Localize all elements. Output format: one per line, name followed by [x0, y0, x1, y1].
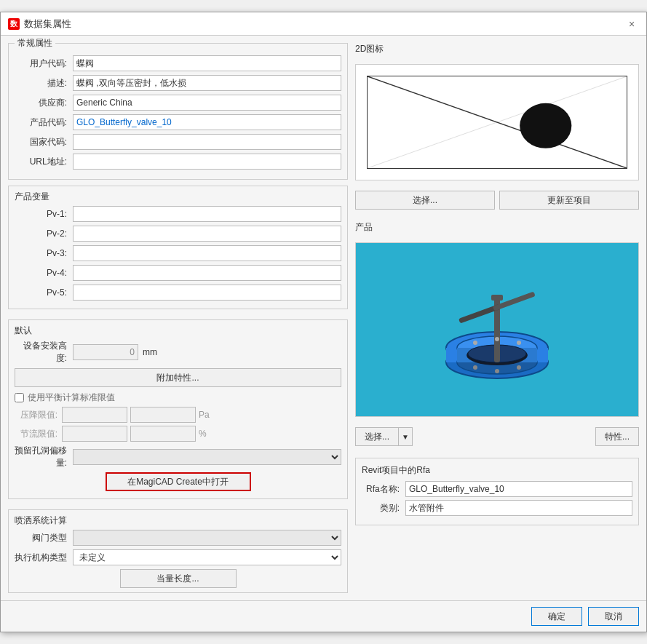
product-code-row: 产品代码:	[15, 114, 341, 130]
pv3-input[interactable]	[73, 245, 341, 261]
svg-point-17	[517, 341, 521, 345]
product-section-title: 产品	[355, 221, 639, 234]
icon-2d-select-button[interactable]: 选择...	[355, 191, 495, 210]
balance-checkbox[interactable]	[15, 393, 24, 402]
description-input[interactable]	[73, 75, 341, 91]
actuator-type-label: 执行机构类型	[15, 552, 73, 564]
country-code-label: 国家代码:	[15, 136, 73, 148]
general-properties-title: 常规属性	[15, 37, 55, 49]
country-code-input[interactable]	[73, 134, 341, 150]
cancel-button[interactable]: 取消	[588, 607, 639, 626]
pv2-row: Pv-2:	[15, 226, 341, 242]
dialog-title: 数据集属性	[24, 17, 71, 31]
left-panel: 常规属性 用户代码: 描述: 供应商: 产品代码:	[8, 43, 348, 593]
supplier-input[interactable]	[73, 95, 341, 111]
pv5-label: Pv-5:	[15, 287, 73, 298]
user-code-row: 用户代码:	[15, 55, 341, 71]
offset-row: 预留孔洞偏移量:	[15, 445, 341, 469]
pv4-input[interactable]	[73, 265, 341, 281]
general-properties-group: 常规属性 用户代码: 描述: 供应商: 产品代码:	[8, 43, 348, 180]
product-code-label: 产品代码:	[15, 116, 73, 129]
dialog-icon: 数	[8, 18, 20, 30]
throttle-label: 节流限值:	[15, 428, 62, 440]
product-props-button[interactable]: 特性...	[595, 427, 639, 446]
offset-label: 预留孔洞偏移量:	[15, 445, 73, 469]
url-label: URL地址:	[15, 156, 73, 168]
category-row: 类别: 水管附件	[362, 500, 632, 516]
icon-2d-update-button[interactable]: 更新至项目	[499, 191, 639, 210]
pv3-row: Pv-3:	[15, 245, 341, 261]
titlebar-left: 数 数据集属性	[8, 17, 71, 31]
description-label: 描述:	[15, 77, 73, 90]
default-title: 默认	[15, 325, 341, 337]
pressure-drop-input1	[62, 407, 127, 423]
url-input[interactable]	[73, 154, 341, 170]
open-create-button[interactable]: 在MagiCAD Create中打开	[106, 472, 251, 491]
install-height-label: 设备安装高度:	[15, 340, 73, 365]
icon-2d-inner	[367, 76, 627, 169]
valve-type-select[interactable]	[73, 530, 341, 546]
product-code-input[interactable]	[73, 114, 341, 130]
bottom-bar: 确定 取消	[1, 600, 646, 632]
install-height-input[interactable]	[73, 344, 138, 360]
pressure-drop-label: 压降限值:	[15, 409, 62, 421]
country-code-row: 国家代码:	[15, 134, 341, 150]
pv1-label: Pv-1:	[15, 209, 73, 219]
install-height-row: 设备安装高度: mm	[15, 340, 341, 365]
pv3-label: Pv-3:	[15, 248, 73, 258]
pv5-input[interactable]	[73, 285, 341, 301]
category-label: 类别:	[362, 502, 405, 514]
offset-select[interactable]	[73, 449, 341, 465]
url-row: URL地址:	[15, 154, 341, 170]
supplier-row: 供应商:	[15, 95, 341, 111]
user-code-input[interactable]	[73, 55, 341, 71]
svg-point-2	[520, 103, 571, 148]
icon-2d-buttons: 选择... 更新至项目	[355, 191, 639, 210]
category-value: 水管附件	[405, 500, 632, 516]
throttle-unit: %	[199, 429, 207, 439]
pv2-input[interactable]	[73, 226, 341, 242]
product-image-area	[355, 242, 639, 417]
actuator-type-select[interactable]: 未定义	[73, 549, 341, 565]
pv5-row: Pv-5:	[15, 285, 341, 301]
revit-section: Revit项目中的Rfa Rfa名称: GLO_Butterfly_valve_…	[355, 458, 639, 525]
valve-3d-svg	[395, 253, 599, 406]
confirm-button[interactable]: 确定	[531, 607, 582, 626]
pv1-input[interactable]	[73, 206, 341, 222]
pv4-row: Pv-4:	[15, 265, 341, 281]
pressure-unit: Pa	[199, 410, 210, 420]
throttle-input1	[62, 426, 127, 442]
rfa-name-label: Rfa名称:	[362, 483, 405, 496]
supplier-label: 供应商:	[15, 97, 73, 109]
svg-point-19	[495, 369, 499, 373]
svg-point-20	[517, 365, 521, 370]
spray-title: 喷洒系统计算	[15, 514, 341, 527]
titlebar: 数 数据集属性 ×	[1, 12, 646, 36]
throttle-input2	[130, 426, 196, 442]
close-button[interactable]: ×	[624, 17, 639, 31]
install-height-unit: mm	[143, 347, 157, 357]
pressure-drop-row: 压降限值: Pa	[15, 407, 341, 423]
right-panel: 2D图标 选择... 更新至项目 产品	[355, 43, 639, 593]
product-select-button[interactable]: 选择...	[355, 427, 399, 446]
user-code-label: 用户代码:	[15, 57, 73, 70]
balance-checkbox-label: 使用平衡计算标准限值	[28, 391, 115, 404]
revit-section-title: Revit项目中的Rfa	[362, 464, 632, 477]
svg-point-15	[473, 341, 477, 345]
actuator-type-row: 执行机构类型 未定义	[15, 549, 341, 565]
pv2-label: Pv-2:	[15, 228, 73, 239]
rfa-name-row: Rfa名称: GLO_Butterfly_valve_10	[362, 481, 632, 497]
spray-section-group: 喷洒系统计算 阀门类型 执行机构类型 未定义 当量长度..	[8, 509, 348, 593]
icon-2d-svg	[368, 76, 627, 168]
pv4-label: Pv-4:	[15, 268, 73, 278]
svg-rect-14	[491, 295, 503, 301]
default-section-group: 默认 设备安装高度: mm 附加特性... 使用平衡计算标准限值	[8, 319, 348, 499]
equivalent-length-button[interactable]: 当量长度...	[120, 569, 237, 588]
product-select-dropdown[interactable]: ▼	[399, 427, 413, 446]
pv1-row: Pv-1:	[15, 206, 341, 222]
product-buttons: 选择... ▼ 特性...	[355, 427, 639, 446]
content-area: 常规属性 用户代码: 描述: 供应商: 产品代码:	[1, 36, 646, 600]
description-row: 描述:	[15, 75, 341, 91]
throttle-row: 节流限值: %	[15, 426, 341, 442]
extra-props-button[interactable]: 附加特性...	[15, 368, 341, 387]
